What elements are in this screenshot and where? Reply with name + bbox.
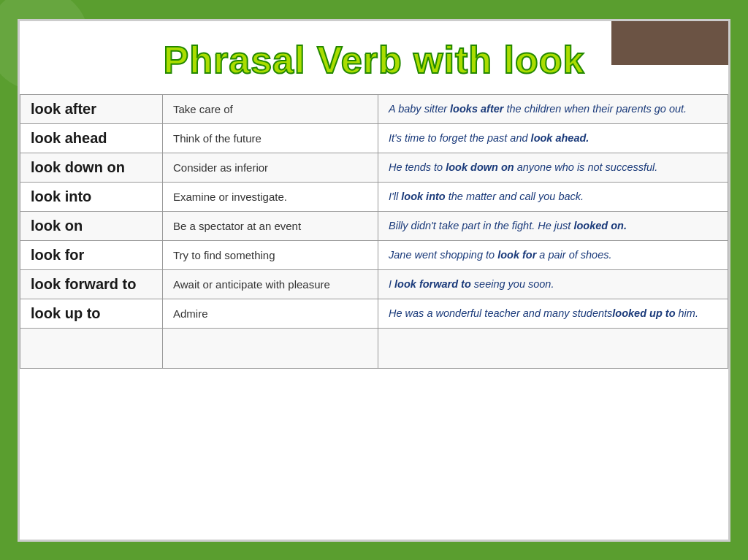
definition-cell: Admire	[163, 299, 378, 328]
table-row: look down onConsider as inferiorHe tends…	[20, 153, 728, 182]
outer-frame: Phrasal Verb with look look afterTake ca…	[9, 10, 739, 551]
definition-cell: Try to find something	[163, 240, 378, 269]
table-row: look intoExamine or investigate.I'll loo…	[20, 182, 728, 211]
brown-decoration	[611, 21, 728, 65]
table-row	[20, 328, 728, 368]
example-cell: I look forward to seeing you soon.	[378, 269, 728, 299]
example-cell	[378, 328, 728, 368]
definition-cell: Be a spectator at an event	[163, 211, 378, 240]
example-cell: He was a wonderful teacher and many stud…	[378, 299, 728, 328]
example-cell: He tends to look down on anyone who is n…	[378, 153, 728, 182]
phrase-cell	[20, 328, 163, 368]
definition-cell: Consider as inferior	[163, 153, 378, 182]
table-row: look aheadThink of the futureIt's time t…	[20, 123, 728, 153]
table-wrapper: look afterTake care ofA baby sitter look…	[20, 94, 728, 540]
phrase-cell: look forward to	[20, 269, 163, 299]
table-row: look forTry to find somethingJane went s…	[20, 240, 728, 269]
definition-cell: Examine or investigate.	[163, 182, 378, 211]
phrase-cell: look ahead	[20, 123, 163, 153]
example-cell: It's time to forget the past and look ah…	[378, 123, 728, 153]
definition-cell: Take care of	[163, 94, 378, 123]
table-row: look afterTake care ofA baby sitter look…	[20, 94, 728, 123]
phrase-cell: look after	[20, 94, 163, 123]
table-row: look onBe a spectator at an eventBilly d…	[20, 211, 728, 240]
phrase-cell: look on	[20, 211, 163, 240]
example-cell: A baby sitter looks after the children w…	[378, 94, 728, 123]
example-cell: Jane went shopping to look for a pair of…	[378, 240, 728, 269]
table-row: look up toAdmireHe was a wonderful teach…	[20, 299, 728, 328]
phrase-cell: look for	[20, 240, 163, 269]
table-row: look forward toAwait or anticipate with …	[20, 269, 728, 299]
phrasal-verbs-table: look afterTake care ofA baby sitter look…	[20, 94, 728, 369]
phrase-cell: look down on	[20, 153, 163, 182]
phrase-cell: look into	[20, 182, 163, 211]
phrase-cell: look up to	[20, 299, 163, 328]
definition-cell: Think of the future	[163, 123, 378, 153]
inner-card: Phrasal Verb with look look afterTake ca…	[18, 19, 730, 542]
definition-cell	[163, 328, 378, 368]
example-cell: I'll look into the matter and call you b…	[378, 182, 728, 211]
definition-cell: Await or anticipate with pleasure	[163, 269, 378, 299]
example-cell: Billy didn't take part in the fight. He …	[378, 211, 728, 240]
page-title: Phrasal Verb with look	[164, 39, 585, 81]
